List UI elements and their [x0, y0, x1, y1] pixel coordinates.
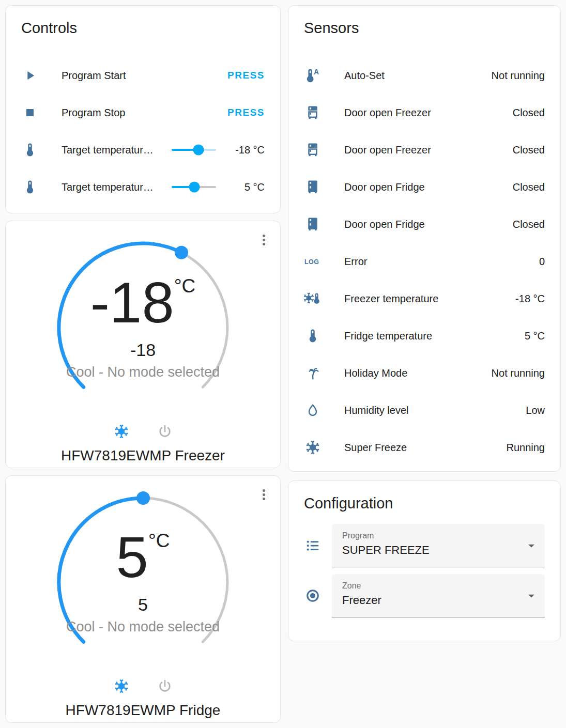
zone-select[interactable]: Zone Freezer: [332, 574, 545, 617]
sensor-row-door-freezer-2[interactable]: Door open Freezer Closed: [304, 131, 545, 168]
snowflake-icon: [304, 439, 322, 456]
row-value: 5 °C: [223, 181, 265, 193]
dropdown-arrow-icon[interactable]: [524, 588, 539, 603]
log-icon: LOG: [304, 253, 322, 270]
select-label: Program: [342, 531, 521, 540]
sensor-row-super-freeze[interactable]: Super Freeze Running: [304, 429, 545, 466]
temperature-unit: °C: [174, 276, 196, 296]
power-off-icon[interactable]: [156, 677, 174, 695]
fridge-icon: [304, 178, 322, 196]
sensor-row-error[interactable]: LOG Error 0: [304, 243, 545, 280]
row-program-start: Program Start PRESS: [21, 57, 265, 94]
power-off-icon[interactable]: [156, 423, 174, 440]
sensor-label: Door open Freezer: [344, 144, 513, 156]
sensor-row-door-fridge-2[interactable]: Door open Fridge Closed: [304, 206, 545, 243]
sensor-value: Low: [526, 405, 545, 416]
thermometer-icon: [21, 141, 39, 159]
fridge-icon: [304, 215, 322, 233]
program-start-press-button[interactable]: PRESS: [227, 70, 265, 81]
dashboard: Controls Program Start PRESS Program Sto…: [0, 0, 566, 723]
program-stop-press-button[interactable]: PRESS: [227, 107, 265, 118]
target-temperature-fridge-slider[interactable]: [172, 182, 216, 192]
sensor-value: Not running: [492, 70, 545, 82]
sensor-value: 0: [539, 256, 545, 268]
more-options-icon[interactable]: [258, 233, 269, 247]
sensor-value: -18 °C: [515, 293, 545, 305]
fridge-thermostat-card: 5°C 5 Cool - No mode selected HFW7819EWM…: [5, 475, 281, 723]
sensor-label: Freezer temperature: [344, 293, 515, 305]
cool-mode-icon[interactable]: [113, 423, 130, 440]
row-label: Target temperatur…: [62, 144, 167, 156]
slider-handle[interactable]: [189, 182, 200, 193]
sensor-row-holiday-mode[interactable]: Holiday Mode Not running: [304, 354, 545, 392]
dial-readout: -18°C -18 Cool - No mode selected: [50, 235, 236, 421]
zone-config-row: Zone Freezer: [304, 574, 545, 617]
select-label: Zone: [342, 581, 521, 591]
fridge-top-icon: [304, 141, 322, 159]
radio-selected-icon: [304, 587, 322, 605]
target-temperature: 5°C: [116, 529, 170, 586]
play-icon: [21, 67, 39, 84]
sensors-card: Sensors A Auto-Set Not running Door open…: [288, 5, 561, 472]
row-target-temp-freezer: Target temperatur… -18 °C: [21, 131, 265, 168]
svg-text:A: A: [314, 68, 319, 76]
temperature-unit: °C: [148, 531, 170, 550]
target-temperature-freezer-slider[interactable]: [172, 145, 216, 155]
fridge-top-icon: [304, 104, 322, 121]
program-select[interactable]: Program SUPER FREEZE: [332, 524, 545, 567]
sensor-value: Closed: [513, 181, 545, 193]
target-temperature: -18°C: [90, 274, 195, 332]
freezer-dial: -18°C -18 Cool - No mode selected: [50, 235, 236, 421]
select-value: SUPER FREEZE: [342, 544, 521, 557]
row-label: Target temperatur…: [62, 181, 167, 193]
sensor-label: Door open Freezer: [344, 107, 513, 119]
sensor-row-freezer-temperature[interactable]: Freezer temperature -18 °C: [304, 280, 545, 317]
sensor-value: Running: [506, 442, 545, 454]
sensor-row-humidity[interactable]: Humidity level Low: [304, 392, 545, 429]
dial-readout: 5°C 5 Cool - No mode selected: [50, 489, 236, 675]
sensor-row-door-fridge-1[interactable]: Door open Fridge Closed: [304, 168, 545, 206]
controls-title: Controls: [21, 18, 265, 38]
water-drop-icon: [304, 401, 322, 419]
snowflake-thermometer-icon: [304, 290, 322, 307]
sensor-label: Door open Fridge: [344, 181, 513, 193]
right-column: Sensors A Auto-Set Not running Door open…: [288, 5, 561, 723]
configuration-card: Configuration Program SUPER FREEZE: [288, 481, 561, 641]
cool-mode-icon[interactable]: [113, 677, 130, 695]
sensor-label: Door open Fridge: [344, 219, 513, 230]
mode-buttons: [113, 677, 174, 695]
sensor-row-door-freezer-1[interactable]: Door open Freezer Closed: [304, 94, 545, 131]
select-value: Freezer: [342, 594, 521, 607]
thermometer-auto-icon: A: [304, 67, 322, 84]
row-value: -18 °C: [223, 144, 265, 156]
current-temperature: -18: [130, 340, 156, 360]
sensor-value: Not running: [492, 367, 545, 379]
more-options-icon[interactable]: [258, 487, 269, 502]
program-config-row: Program SUPER FREEZE: [304, 524, 545, 567]
sensor-value: Closed: [513, 107, 545, 119]
sensor-row-auto-set[interactable]: A Auto-Set Not running: [304, 57, 545, 94]
sensors-title: Sensors: [304, 18, 545, 38]
sensor-value: Closed: [513, 219, 545, 230]
slider-handle[interactable]: [193, 145, 204, 156]
device-name: HFW7819EWMP Freezer: [61, 447, 225, 464]
device-name: HFW7819EWMP Fridge: [66, 702, 221, 719]
mode-text: Cool - No mode selected: [66, 364, 220, 380]
sensor-label: Holiday Mode: [344, 367, 492, 379]
thermometer-icon: [21, 178, 39, 196]
list-icon: [304, 537, 322, 554]
sensor-label: Fridge temperature: [344, 330, 525, 342]
fridge-dial: 5°C 5 Cool - No mode selected: [50, 489, 236, 675]
thermometer-icon: [304, 327, 322, 345]
mode-buttons: [113, 423, 174, 440]
row-label: Program Stop: [62, 107, 227, 119]
row-target-temp-fridge: Target temperatur… 5 °C: [21, 168, 265, 206]
dropdown-arrow-icon[interactable]: [524, 538, 539, 553]
configuration-title: Configuration: [304, 493, 545, 513]
sensor-label: Auto-Set: [344, 70, 492, 82]
sensor-row-fridge-temperature[interactable]: Fridge temperature 5 °C: [304, 317, 545, 354]
freezer-thermostat-card: -18°C -18 Cool - No mode selected HFW781…: [5, 221, 281, 468]
controls-card: Controls Program Start PRESS Program Sto…: [5, 5, 281, 213]
sensor-value: Closed: [513, 144, 545, 156]
sensor-label: Error: [344, 256, 539, 268]
